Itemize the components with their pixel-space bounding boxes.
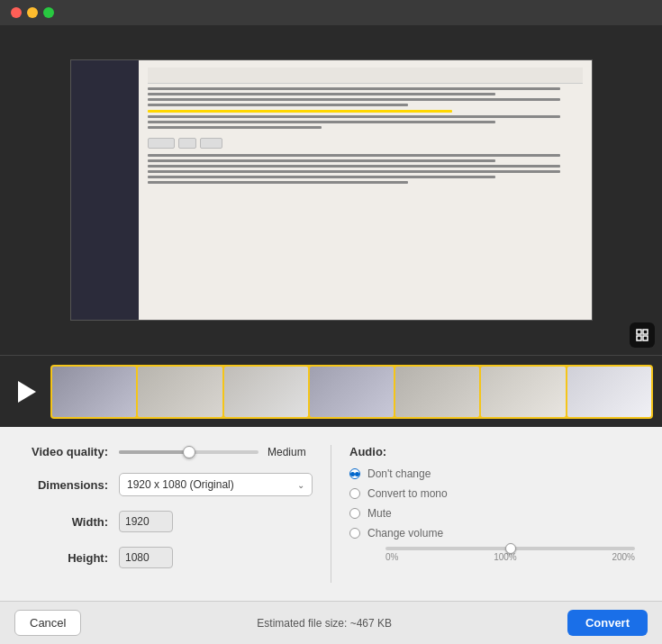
video-quality-label: Video quality: [27,445,108,458]
cancel-button[interactable]: Cancel [14,610,81,636]
filmstrip-frame [310,367,394,417]
timeline-row [0,355,662,427]
traffic-lights [11,7,54,18]
convert-button[interactable]: Convert [567,610,648,636]
volume-max-label: 200% [612,552,635,562]
width-row: Width: 1920 [27,511,313,532]
filmstrip-frame [395,367,479,417]
audio-change-volume-label: Change volume [367,527,443,540]
maximize-button[interactable] [43,7,54,18]
settings-right: Audio: Don't change Convert to mono Mute… [349,445,635,583]
screen-content [70,59,593,321]
screen-text-block-3 [148,154,583,184]
filmstrip[interactable] [50,365,653,419]
video-quality-row: Video quality: Medium [27,445,313,458]
chevron-down-icon: ⌄ [297,480,304,490]
screen-main [139,60,592,320]
minimize-button[interactable] [27,7,38,18]
settings-divider [331,445,331,583]
file-size-label: Estimated file size: ~467 KB [81,617,567,630]
audio-label: Audio: [349,445,386,458]
volume-mid-label: 100% [494,552,517,562]
radio-convert-mono[interactable] [349,488,360,499]
svg-rect-0 [637,330,641,334]
audio-header-row: Audio: [349,445,635,458]
video-quality-slider[interactable] [119,450,258,454]
volume-min-label: 0% [385,552,398,562]
title-bar [0,0,662,25]
screen-highlight [148,110,452,113]
width-label: Width: [27,515,108,529]
screen-text-block-2 [148,115,583,129]
radio-change-volume[interactable] [349,528,360,539]
settings-left: Video quality: Medium Dimensions: 1920 x… [27,445,313,583]
dimensions-value: 1920 x 1080 (Original) [127,478,234,491]
audio-option-convert-mono[interactable]: Convert to mono [349,487,635,500]
play-button[interactable] [9,376,41,408]
screen-toolbar [148,68,583,84]
volume-slider[interactable] [385,547,635,550]
bottom-bar: Cancel Estimated file size: ~467 KB Conv… [0,601,662,644]
settings-panel: Video quality: Medium Dimensions: 1920 x… [0,427,662,601]
height-row: Height: 1080 [27,547,313,568]
filmstrip-frame [224,367,308,417]
radio-dont-change[interactable] [349,468,360,479]
dimensions-label: Dimensions: [27,478,108,492]
audio-option-dont-change[interactable]: Don't change [349,467,635,480]
expand-icon[interactable] [630,322,655,348]
dimensions-dropdown[interactable]: 1920 x 1080 (Original) ⌄ [119,473,313,496]
dimensions-row: Dimensions: 1920 x 1080 (Original) ⌄ [27,473,313,496]
height-value: 1080 [125,551,150,564]
filmstrip-frame [138,367,222,417]
audio-option-change-volume[interactable]: Change volume [349,527,635,540]
svg-rect-3 [643,336,648,340]
volume-slider-row [385,547,635,550]
height-input[interactable]: 1080 [119,547,173,568]
radio-mute[interactable] [349,508,360,519]
audio-convert-mono-label: Convert to mono [367,487,448,500]
width-input[interactable]: 1920 [119,511,173,532]
audio-dont-change-label: Don't change [367,467,431,480]
audio-option-mute[interactable]: Mute [349,507,635,520]
height-label: Height: [27,551,108,565]
video-preview [0,25,662,355]
filmstrip-frame [52,367,136,417]
screen-text-block-1 [148,87,583,106]
close-button[interactable] [11,7,22,18]
svg-rect-1 [643,330,648,334]
width-value: 1920 [125,515,150,528]
audio-mute-label: Mute [367,507,392,520]
screen-sidebar [71,60,139,320]
svg-rect-2 [637,336,641,340]
play-icon [18,381,36,403]
filmstrip-frame [567,367,651,417]
video-quality-value: Medium [268,446,313,458]
filmstrip-frame [481,367,565,417]
